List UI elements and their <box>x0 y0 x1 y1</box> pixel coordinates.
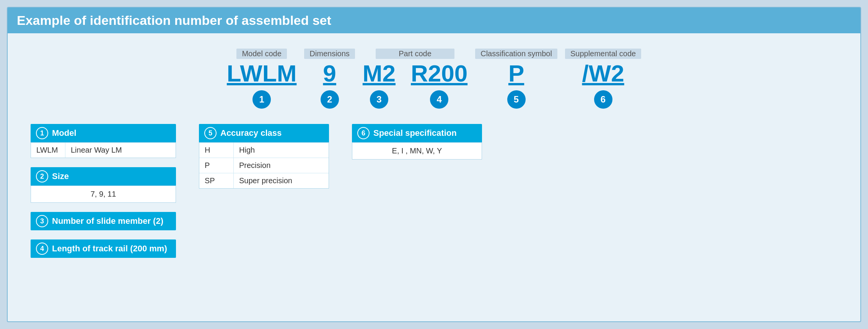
accuracy-table-body: H High P Precision SP Super precision <box>199 142 329 189</box>
model-code-cell: LWLM <box>31 143 65 158</box>
model-table-header: 1 Model <box>31 124 176 142</box>
track-rail-section: 4 Length of track rail (200 mm) <box>31 239 176 258</box>
size-table: 2 Size 7, 9, 11 <box>31 167 176 203</box>
segment-model: Model code LWLM 1 <box>227 49 297 109</box>
code-9: 9 <box>323 60 336 86</box>
special-table-body: E, I , MN, W, Y <box>352 142 482 160</box>
accuracy-table-header: 5 Accuracy class <box>199 124 329 142</box>
label-part-code: Part code <box>376 49 454 59</box>
model-table: 1 Model LWLM Linear Way LM <box>31 124 176 158</box>
acc-desc-h: High <box>234 143 329 158</box>
circle-5: 5 <box>507 90 526 109</box>
circle-num-5: 5 <box>204 127 217 139</box>
table-row: H High <box>199 143 329 158</box>
code-r200: R200 <box>411 60 467 86</box>
acc-code-h: H <box>199 143 234 158</box>
size-table-body: 7, 9, 11 <box>31 186 176 203</box>
track-rail-title: Length of track rail (200 mm) <box>52 244 167 254</box>
size-table-header: 2 Size <box>31 167 176 186</box>
main-container: Example of identification number of asse… <box>7 7 861 322</box>
acc-code-sp: SP <box>199 173 234 188</box>
track-rail-header: 4 Length of track rail (200 mm) <box>31 239 176 258</box>
model-table-title: Model <box>52 128 77 138</box>
accuracy-table-title: Accuracy class <box>220 128 282 138</box>
special-table: 6 Special specification E, I , MN, W, Y <box>352 124 482 160</box>
code-diagram: Model code LWLM 1 Dimensions 9 2 Part co… <box>31 49 837 109</box>
code-lwlm: LWLM <box>227 60 297 86</box>
segment-classification: Classification symbol P 5 <box>475 49 557 109</box>
circle-num-3: 3 <box>36 215 48 227</box>
size-table-title: Size <box>52 171 69 181</box>
circle-1: 1 <box>252 90 271 109</box>
segment-r200: R200 4 <box>411 60 467 109</box>
table-row: P Precision <box>199 158 329 173</box>
slide-member-section: 3 Number of slide member (2) <box>31 212 176 230</box>
special-table-title: Special specification <box>373 128 457 138</box>
content-area: Model code LWLM 1 Dimensions 9 2 Part co… <box>8 33 860 269</box>
slide-member-title: Number of slide member (2) <box>52 216 163 226</box>
size-values: 7, 9, 11 <box>31 186 176 202</box>
title-bar: Example of identification number of asse… <box>8 8 860 33</box>
acc-code-p: P <box>199 158 234 173</box>
code-p: P <box>508 60 524 86</box>
accuracy-table: 5 Accuracy class H High P Precision <box>199 124 329 189</box>
middle-tables: 5 Accuracy class H High P Precision <box>199 124 329 189</box>
special-values: E, I , MN, W, Y <box>352 143 482 159</box>
circle-6: 6 <box>594 90 612 109</box>
page-title: Example of identification number of asse… <box>17 13 851 28</box>
segment-supplemental: Supplemental code /W2 6 <box>565 49 641 109</box>
circle-num-1: 1 <box>36 127 48 139</box>
label-classification: Classification symbol <box>475 49 557 59</box>
model-table-body: LWLM Linear Way LM <box>31 142 176 158</box>
circle-2: 2 <box>321 90 339 109</box>
tables-row: 1 Model LWLM Linear Way LM 2 Size <box>31 124 837 258</box>
label-model-code: Model code <box>236 49 287 59</box>
model-desc-cell: Linear Way LM <box>65 143 176 158</box>
special-table-header: 6 Special specification <box>352 124 482 142</box>
acc-desc-p: Precision <box>234 158 329 173</box>
acc-desc-sp: Super precision <box>234 173 329 188</box>
left-tables: 1 Model LWLM Linear Way LM 2 Size <box>31 124 176 258</box>
segment-m2: M2 3 <box>363 60 396 109</box>
code-m2: M2 <box>363 60 396 86</box>
code-w2: /W2 <box>582 60 624 86</box>
slide-member-header: 3 Number of slide member (2) <box>31 212 176 230</box>
circle-num-4: 4 <box>36 243 48 255</box>
label-dimensions: Dimensions <box>304 49 355 59</box>
table-row: LWLM Linear Way LM <box>31 143 176 158</box>
label-supplemental: Supplemental code <box>565 49 641 59</box>
circle-3: 3 <box>370 90 388 109</box>
circle-num-6: 6 <box>357 127 370 139</box>
right-tables: 6 Special specification E, I , MN, W, Y <box>352 124 482 160</box>
circle-4: 4 <box>430 90 448 109</box>
table-row: SP Super precision <box>199 173 329 188</box>
circle-num-2: 2 <box>36 170 48 182</box>
segment-dimensions: Dimensions 9 2 <box>304 49 355 109</box>
